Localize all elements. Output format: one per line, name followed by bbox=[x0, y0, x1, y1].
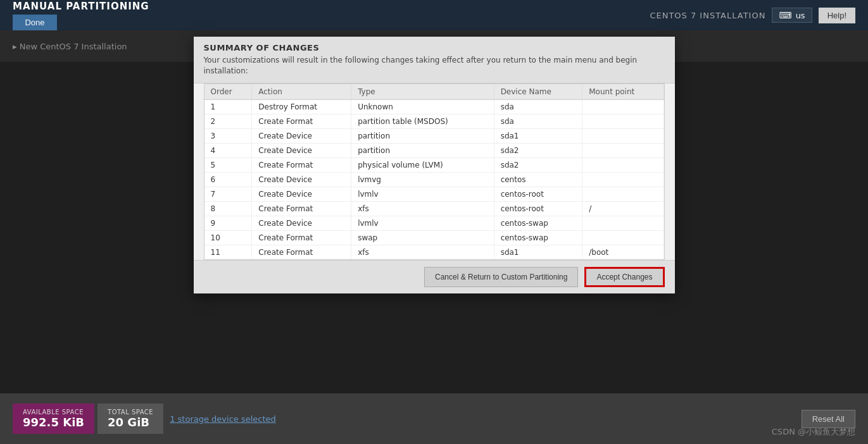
cell-device: sda bbox=[494, 114, 582, 128]
table-row: 3Create Devicepartitionsda1 bbox=[204, 128, 664, 143]
cell-mount bbox=[582, 230, 664, 245]
cell-mount bbox=[582, 143, 664, 157]
cell-mount bbox=[582, 172, 664, 187]
help-button[interactable]: Help! bbox=[819, 8, 855, 23]
cell-type: xfs bbox=[351, 201, 494, 216]
cell-order: 2 bbox=[204, 114, 252, 128]
table-row: 10Create Formatswapcentos-swap bbox=[204, 230, 664, 245]
cell-device: centos-swap bbox=[494, 216, 582, 230]
col-mount: Mount point bbox=[582, 84, 664, 100]
cell-action: Create Format bbox=[252, 230, 351, 245]
watermark: CSDN @小鲸鱼大梦想 bbox=[772, 426, 855, 438]
cell-order: 5 bbox=[204, 157, 252, 172]
cell-device: sda2 bbox=[494, 143, 582, 157]
table-row: 2Create Formatpartition table (MSDOS)sda bbox=[204, 114, 664, 128]
centos-installation-title: CENTOS 7 INSTALLATION bbox=[650, 11, 765, 20]
cell-mount bbox=[582, 157, 664, 172]
table-row: 1Destroy FormatUnknownsda bbox=[204, 99, 664, 114]
cell-action: Create Format bbox=[252, 157, 351, 172]
cell-type: lvmlv bbox=[351, 187, 494, 201]
modal-overlay: SUMMARY OF CHANGES Your customizations w… bbox=[0, 30, 868, 444]
cell-device: sda2 bbox=[494, 157, 582, 172]
col-device: Device Name bbox=[494, 84, 582, 100]
summary-modal: SUMMARY OF CHANGES Your customizations w… bbox=[194, 37, 675, 293]
top-header: MANUAL PARTITIONING Done CENTOS 7 INSTAL… bbox=[0, 0, 868, 30]
reset-all-button[interactable]: Reset All bbox=[802, 410, 855, 428]
col-type: Type bbox=[351, 84, 494, 100]
bottom-bar: AVAILABLE SPACE 992.5 KiB TOTAL SPACE 20… bbox=[0, 393, 868, 444]
cell-device: sda1 bbox=[494, 245, 582, 259]
cell-type: lvmvg bbox=[351, 172, 494, 187]
cell-type: physical volume (LVM) bbox=[351, 157, 494, 172]
total-space-box: TOTAL SPACE 20 GiB bbox=[97, 404, 163, 434]
changes-table-wrapper[interactable]: Order Action Type Device Name Mount poin… bbox=[204, 83, 665, 260]
total-space-label: TOTAL SPACE bbox=[108, 409, 153, 416]
table-row: 7Create Devicelvmlvcentos-root bbox=[204, 187, 664, 201]
cell-order: 4 bbox=[204, 143, 252, 157]
cancel-button[interactable]: Cancel & Return to Custom Partitioning bbox=[424, 267, 578, 287]
keyboard-icon: ⌨ bbox=[779, 10, 791, 20]
cell-mount bbox=[582, 114, 664, 128]
page-title: MANUAL PARTITIONING bbox=[13, 1, 149, 12]
storage-device-link[interactable]: 1 storage device selected bbox=[170, 414, 276, 424]
available-space-value: 992.5 KiB bbox=[23, 416, 84, 429]
available-space-box: AVAILABLE SPACE 992.5 KiB bbox=[13, 404, 94, 434]
header-left: MANUAL PARTITIONING Done bbox=[13, 1, 149, 30]
cell-mount bbox=[582, 216, 664, 230]
table-row: 6Create Devicelvmvgcentos bbox=[204, 172, 664, 187]
cell-order: 9 bbox=[204, 216, 252, 230]
cell-order: 7 bbox=[204, 187, 252, 201]
cell-device: centos-swap bbox=[494, 230, 582, 245]
cell-type: partition bbox=[351, 143, 494, 157]
cell-order: 6 bbox=[204, 172, 252, 187]
cell-order: 11 bbox=[204, 245, 252, 259]
space-boxes: AVAILABLE SPACE 992.5 KiB TOTAL SPACE 20… bbox=[13, 404, 163, 434]
cell-type: Unknown bbox=[351, 99, 494, 114]
cell-action: Create Device bbox=[252, 172, 351, 187]
cell-action: Create Device bbox=[252, 143, 351, 157]
cell-mount: /boot bbox=[582, 245, 664, 259]
cell-mount bbox=[582, 187, 664, 201]
col-order: Order bbox=[204, 84, 252, 100]
cell-order: 1 bbox=[204, 99, 252, 114]
available-space-label: AVAILABLE SPACE bbox=[23, 409, 84, 416]
total-space-value: 20 GiB bbox=[108, 416, 153, 429]
cell-order: 8 bbox=[204, 201, 252, 216]
changes-table: Order Action Type Device Name Mount poin… bbox=[204, 84, 664, 259]
table-row: 9Create Devicelvmlvcentos-swap bbox=[204, 216, 664, 230]
cell-type: partition table (MSDOS) bbox=[351, 114, 494, 128]
cell-type: lvmlv bbox=[351, 216, 494, 230]
table-row: 8Create Formatxfscentos-root/ bbox=[204, 201, 664, 216]
accept-changes-button[interactable]: Accept Changes bbox=[584, 267, 664, 287]
cell-device: centos-root bbox=[494, 201, 582, 216]
cell-type: swap bbox=[351, 230, 494, 245]
header-right: CENTOS 7 INSTALLATION ⌨ us Help! bbox=[650, 8, 855, 23]
done-button[interactable]: Done bbox=[13, 15, 57, 30]
cell-device: centos bbox=[494, 172, 582, 187]
table-row: 4Create Devicepartitionsda2 bbox=[204, 143, 664, 157]
main-area: ▸ New CentOS 7 Installation centos-root … bbox=[0, 30, 868, 444]
cell-action: Create Format bbox=[252, 245, 351, 259]
cell-type: xfs bbox=[351, 245, 494, 259]
keyboard-lang: us bbox=[796, 11, 805, 20]
cell-action: Create Device bbox=[252, 128, 351, 143]
table-row: 5Create Formatphysical volume (LVM)sda2 bbox=[204, 157, 664, 172]
cell-order: 10 bbox=[204, 230, 252, 245]
modal-description: Your customizations will result in the f… bbox=[204, 55, 665, 77]
cell-type: partition bbox=[351, 128, 494, 143]
modal-footer: Cancel & Return to Custom Partitioning A… bbox=[194, 260, 675, 293]
cell-mount: / bbox=[582, 201, 664, 216]
cell-mount bbox=[582, 128, 664, 143]
keyboard-widget[interactable]: ⌨ us bbox=[772, 8, 812, 23]
table-row: 11Create Formatxfssda1/boot bbox=[204, 245, 664, 259]
cell-action: Destroy Format bbox=[252, 99, 351, 114]
cell-device: sda1 bbox=[494, 128, 582, 143]
cell-action: Create Device bbox=[252, 216, 351, 230]
cell-device: centos-root bbox=[494, 187, 582, 201]
cell-mount bbox=[582, 99, 664, 114]
modal-header: SUMMARY OF CHANGES Your customizations w… bbox=[194, 37, 675, 83]
cell-action: Create Device bbox=[252, 187, 351, 201]
cell-action: Create Format bbox=[252, 114, 351, 128]
col-action: Action bbox=[252, 84, 351, 100]
cell-action: Create Format bbox=[252, 201, 351, 216]
